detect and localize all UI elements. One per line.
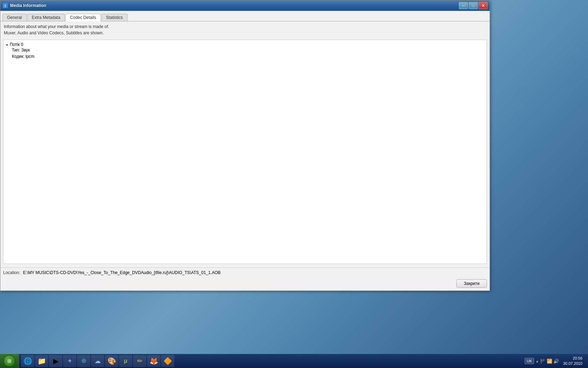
- tree-leaf-type: Тип: Звук: [12, 47, 485, 53]
- media-information-window: i Media Information ─ □ ✕ General Extra …: [0, 0, 490, 291]
- tree-leaf-codec: Кодек: lpcm: [12, 53, 485, 60]
- tray-arrow-up: ▲: [536, 359, 539, 363]
- window-icon: i: [2, 3, 8, 8]
- tray-network: 📶: [547, 359, 552, 364]
- tree-node-stream0: ◄ Потік 0 Тип: Звук Кодек: lpcm: [5, 41, 485, 60]
- codec-tree-area[interactable]: ◄ Потік 0 Тип: Звук Кодек: lpcm: [3, 40, 487, 264]
- maximize-button[interactable]: □: [469, 2, 478, 9]
- dialog-button-bar: Закрити: [456, 279, 487, 288]
- tab-general[interactable]: General: [2, 14, 27, 21]
- tab-codec-details[interactable]: Codec Details: [65, 14, 101, 21]
- tree-node-header[interactable]: ◄ Потік 0: [5, 42, 485, 47]
- tray-icons: ▲ 🏴 📶 🔊: [536, 359, 559, 364]
- taskbar-tray: UK ▲ 🏴 📶 🔊 20:56 30.07.2010: [522, 356, 588, 367]
- taskbar-app-vlc[interactable]: 🔶: [161, 355, 174, 367]
- close-dialog-button[interactable]: Закрити: [456, 279, 487, 288]
- tray-flag: 🏴: [540, 359, 546, 364]
- stream-node-label: Потік 0: [10, 42, 23, 47]
- location-value: E:\MY MUSIC\DTS-CD-DVD\Yes_-_Close_To_Th…: [23, 270, 221, 275]
- start-button[interactable]: ⊞: [0, 354, 19, 368]
- location-label: Location:: [3, 270, 20, 275]
- start-orb: ⊞: [4, 355, 15, 367]
- svg-text:i: i: [5, 4, 6, 8]
- info-line1: Information about what your media or str…: [4, 23, 486, 30]
- window-title: Media Information: [10, 3, 459, 8]
- language-indicator: UK: [525, 358, 534, 364]
- taskbar: ⊞ 🌐 📁 ▶ ✦ ❊ ☁ 🎨 μ ✏ 🦊 🔶 UK ▲ 🏴 📶 🔊 20:56…: [0, 354, 588, 368]
- titlebar: i Media Information ─ □ ✕: [0, 0, 490, 11]
- tab-extra-metadata[interactable]: Extra Metadata: [27, 14, 65, 21]
- location-bar: Location: E:\MY MUSIC\DTS-CD-DVD\Yes_-_C…: [0, 267, 490, 277]
- system-clock: 20:56 30.07.2010: [560, 356, 585, 367]
- clock-date: 30.07.2010: [563, 361, 582, 366]
- tray-sound: 🔊: [553, 359, 559, 364]
- tree-children: Тип: Звук Кодек: lpcm: [5, 47, 485, 60]
- minimize-button[interactable]: ─: [459, 2, 468, 9]
- info-line2: Muxer, Audio and Video Codecs, Subtitles…: [4, 30, 486, 36]
- taskbar-app-torrent[interactable]: μ: [119, 355, 132, 367]
- close-window-button[interactable]: ✕: [478, 2, 488, 9]
- taskbar-app-vector[interactable]: ✏: [133, 355, 146, 367]
- taskbar-app-cloud[interactable]: ☁: [91, 355, 104, 367]
- taskbar-app-teal[interactable]: ❊: [77, 355, 90, 367]
- tab-bar: General Extra Metadata Codec Details Sta…: [0, 11, 490, 21]
- window-controls: ─ □ ✕: [459, 2, 488, 9]
- info-description: Information about what your media or str…: [0, 21, 490, 38]
- taskbar-app-firefox[interactable]: 🦊: [147, 355, 160, 367]
- taskbar-apps: 🌐 📁 ▶ ✦ ❊ ☁ 🎨 μ ✏ 🦊 🔶: [19, 355, 522, 367]
- taskbar-app-ie[interactable]: 🌐: [21, 355, 34, 367]
- taskbar-app-explorer[interactable]: 📁: [35, 355, 48, 367]
- taskbar-app-blue[interactable]: ✦: [63, 355, 76, 367]
- tree-collapse-arrow: ◄: [5, 43, 8, 47]
- tab-statistics[interactable]: Statistics: [102, 14, 127, 21]
- taskbar-app-mediaplayer[interactable]: ▶: [49, 355, 62, 367]
- taskbar-app-paint[interactable]: 🎨: [105, 355, 118, 367]
- clock-time: 20:56: [563, 356, 582, 361]
